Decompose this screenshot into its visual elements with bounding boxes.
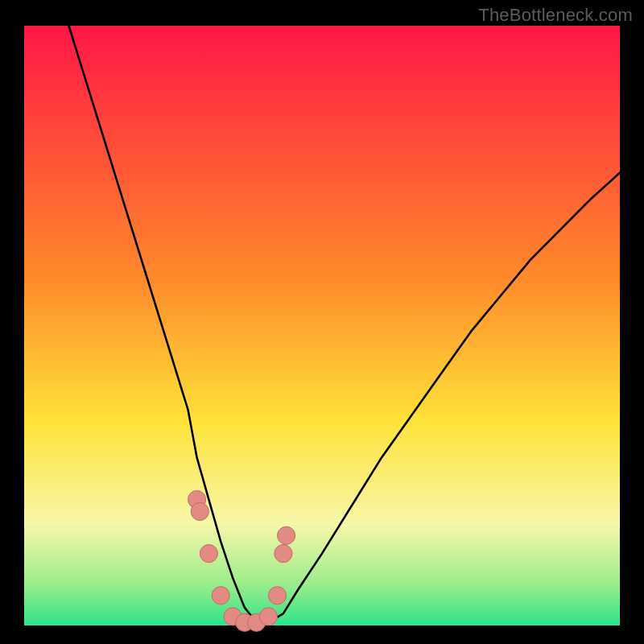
gradient-background: [24, 26, 620, 625]
curve-marker: [275, 545, 292, 563]
curve-marker: [278, 526, 295, 544]
curve-marker: [259, 608, 277, 625]
bottleneck-chart: [0, 0, 644, 644]
curve-marker: [268, 587, 286, 605]
curve-marker: [212, 587, 229, 605]
curve-marker: [191, 502, 208, 520]
curve-marker: [200, 545, 217, 563]
app-frame: TheBottleneck.com: [0, 0, 644, 644]
